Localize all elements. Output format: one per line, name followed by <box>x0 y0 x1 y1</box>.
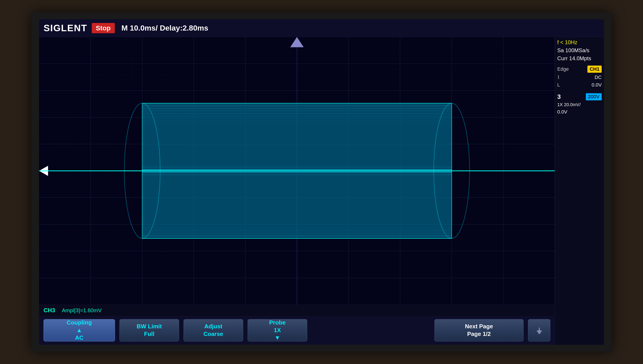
probe-label: 1X 20.0mV/ <box>557 102 581 107</box>
monitor-inner: SIGLENT Stop M 10.0ms/ Delay:2.80ms <box>39 19 604 345</box>
ch1-highlight: 200V <box>586 93 602 100</box>
freq-row: f < 10Hz <box>557 39 602 46</box>
next-btn-line1: Next Page <box>465 323 493 330</box>
main-content: CH3 Ampl[3]=1.60mV Coupling ▲ AC BW Limi… <box>39 37 604 345</box>
l-label: L <box>557 82 560 88</box>
ground-symbol-button[interactable]: ⏚ <box>528 319 550 342</box>
l-value: 0.0V <box>592 82 602 88</box>
monitor-outer: SIGLENT Stop M 10.0ms/ Delay:2.80ms <box>31 12 612 352</box>
button-bar: Coupling ▲ AC BW Limit Full Adjust Coars… <box>39 316 555 345</box>
probe-button[interactable]: Probe 1X ▼ <box>248 319 307 342</box>
probe-btn-line1: Probe <box>269 319 285 326</box>
sa-label: Sa 100MSa/s <box>557 47 589 54</box>
curr-label: Curr 14.0Mpts <box>557 55 591 62</box>
brand-logo: SIGLENT <box>44 23 87 34</box>
edge-label: Edge <box>557 66 569 72</box>
edge-row: Edge CH1 <box>557 66 602 73</box>
ampl-label: Ampl[3]=1.60mV <box>62 307 102 314</box>
adj-btn-line1: Adjust <box>204 323 222 330</box>
freq-label: f < 10Hz <box>557 39 577 46</box>
ch1-badge: CH1 <box>587 66 602 73</box>
probe-mv-row: 1X 20.0mV/ <box>557 102 602 107</box>
grid-container <box>39 37 555 305</box>
coupling-button[interactable]: Coupling ▲ AC <box>44 319 115 342</box>
next-page-button[interactable]: Next Page Page 1/2 <box>435 319 524 342</box>
ground-icon: ⏚ <box>537 325 542 336</box>
slope-symbol: ⌇ <box>557 74 560 80</box>
side-panel: f < 10Hz Sa 100MSa/s Curr 14.0Mpts Edge … <box>555 37 604 345</box>
next-btn-line2: Page 1/2 <box>467 330 491 338</box>
ch-number: 3 <box>557 93 561 100</box>
status-bar: CH3 Ampl[3]=1.60mV <box>39 305 555 316</box>
scope-area: CH3 Ampl[3]=1.60mV Coupling ▲ AC BW Limi… <box>39 37 555 345</box>
ch-num-row: 3 200V <box>557 93 602 100</box>
header-bar: SIGLENT Stop M 10.0ms/ Delay:2.80ms <box>39 19 604 37</box>
curr-row: Curr 14.0Mpts <box>557 55 602 62</box>
stop-badge[interactable]: Stop <box>92 23 115 33</box>
bw-btn-line1: BW Limit <box>137 323 162 330</box>
coupling-btn-arrow: ▲ <box>76 326 82 334</box>
sa-row: Sa 100MSa/s <box>557 47 602 54</box>
offset-row: 0.0V <box>557 109 602 115</box>
slope-row: ⌇ DC <box>557 74 602 80</box>
adj-btn-line2: Coarse <box>203 330 223 338</box>
bw-btn-line2: Full <box>144 330 154 338</box>
l-row: L 0.0V <box>557 82 602 88</box>
offset-value: 0.0V <box>557 109 567 115</box>
coupling-btn-line2: AC <box>75 334 84 342</box>
dc-label: DC <box>594 74 602 80</box>
ch3-label: CH3 <box>44 307 55 314</box>
adjust-coarse-button[interactable]: Adjust Coarse <box>184 319 243 342</box>
probe-btn-arrow: ▼ <box>274 334 280 342</box>
grid-svg <box>39 37 555 305</box>
time-info: M 10.0ms/ Delay:2.80ms <box>121 24 208 32</box>
bw-limit-button[interactable]: BW Limit Full <box>119 319 179 342</box>
probe-btn-line2: 1X <box>274 326 281 334</box>
coupling-btn-line1: Coupling <box>67 319 92 326</box>
